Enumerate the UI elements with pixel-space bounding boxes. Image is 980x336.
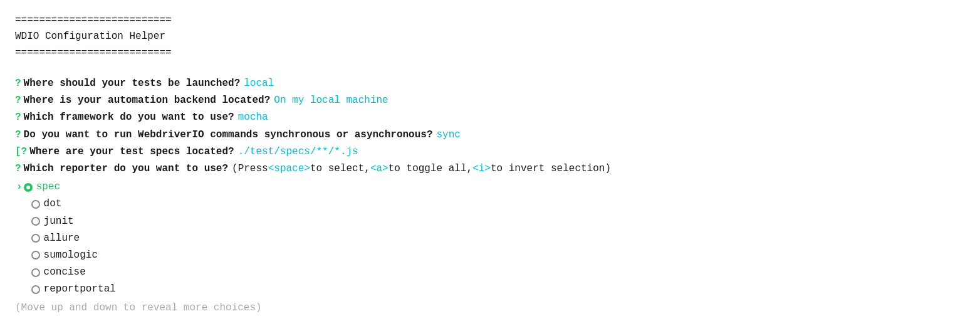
reporter-item-dot[interactable]: dot xyxy=(15,196,965,213)
question-mark-4: ? xyxy=(15,127,21,144)
question-6: ? Which reporter do you want to use? (Pr… xyxy=(15,160,965,177)
reporter-item-spec[interactable]: › spec xyxy=(15,179,965,196)
reporter-item-reportportal[interactable]: reportportal xyxy=(15,281,965,298)
reporter-label-dot: dot xyxy=(44,196,62,213)
app-title: WDIO Configuration Helper xyxy=(15,29,965,44)
radio-filled-spec xyxy=(24,183,33,192)
radio-empty-concise xyxy=(31,268,40,277)
radio-empty-reportportal xyxy=(31,285,40,294)
no-arrow-reportportal xyxy=(16,281,23,298)
reporter-label-spec: spec xyxy=(36,179,60,196)
no-arrow-concise xyxy=(16,264,23,281)
question-note-mid3: to invert selection) xyxy=(491,160,611,177)
reporter-item-sumologic[interactable]: sumologic xyxy=(15,247,965,264)
question-note-mid1: to select, xyxy=(310,160,370,177)
no-arrow-junit xyxy=(16,213,23,230)
reporter-item-allure[interactable]: allure xyxy=(15,230,965,247)
reporter-label-reportportal: reportportal xyxy=(44,281,116,298)
reporter-label-concise: concise xyxy=(44,264,86,281)
answer-3: mocha xyxy=(238,109,268,126)
reporter-item-junit[interactable]: junit xyxy=(15,213,965,230)
question-mark-6: ? xyxy=(15,160,21,177)
terminal: ========================== WDIO Configur… xyxy=(15,13,965,315)
no-arrow-dot xyxy=(16,196,23,213)
answer-5: ./test/specs/**/*.js xyxy=(238,144,358,160)
question-mark-5: [? xyxy=(15,144,27,160)
question-3: ? Which framework do you want to use? mo… xyxy=(15,109,965,126)
key-space: <space> xyxy=(268,160,310,177)
radio-empty-dot xyxy=(31,200,40,209)
question-text-3: Which framework do you want to use? xyxy=(24,109,234,126)
divider-top: ========================== xyxy=(15,13,965,28)
question-1: ? Where should your tests be launched? l… xyxy=(15,75,965,92)
question-2: ? Where is your automation backend locat… xyxy=(15,92,965,109)
radio-empty-junit xyxy=(31,217,40,226)
hint-text: (Move up and down to reveal more choices… xyxy=(15,300,965,315)
question-5: [? Where are your test specs located? ./… xyxy=(15,144,965,160)
question-text-4: Do you want to run WebdriverIO commands … xyxy=(24,127,433,144)
question-text-5: Where are your test specs located? xyxy=(29,144,234,160)
no-arrow-sumologic xyxy=(16,247,23,264)
answer-2: On my local machine xyxy=(274,92,388,109)
radio-empty-allure xyxy=(31,234,40,243)
reporter-label-allure: allure xyxy=(44,230,80,247)
question-note-mid2: to toggle all, xyxy=(388,160,472,177)
question-text-2: Where is your automation backend located… xyxy=(24,92,271,109)
question-text-1: Where should your tests be launched? xyxy=(24,75,241,92)
reporter-label-sumologic: sumologic xyxy=(44,247,98,264)
question-mark-3: ? xyxy=(15,109,21,126)
no-arrow-allure xyxy=(16,230,23,247)
key-i: <i> xyxy=(472,160,491,177)
question-mark-2: ? xyxy=(15,92,21,109)
question-4: ? Do you want to run WebdriverIO command… xyxy=(15,127,965,144)
question-text-6: Which reporter do you want to use? xyxy=(24,160,228,177)
reporter-list[interactable]: › spec dot junit allure sumologic xyxy=(15,179,965,298)
selected-arrow: › xyxy=(16,179,23,196)
radio-empty-sumologic xyxy=(31,251,40,260)
reporter-label-junit: junit xyxy=(44,213,74,230)
question-note-before: (Press xyxy=(232,160,268,177)
reporter-item-concise[interactable]: concise xyxy=(15,264,965,281)
divider-bottom: ========================== xyxy=(15,45,965,60)
blank-line xyxy=(15,60,965,75)
key-a: <a> xyxy=(370,160,388,177)
question-mark-1: ? xyxy=(15,75,21,92)
answer-1: local xyxy=(244,75,274,92)
answer-4: sync xyxy=(437,127,461,144)
